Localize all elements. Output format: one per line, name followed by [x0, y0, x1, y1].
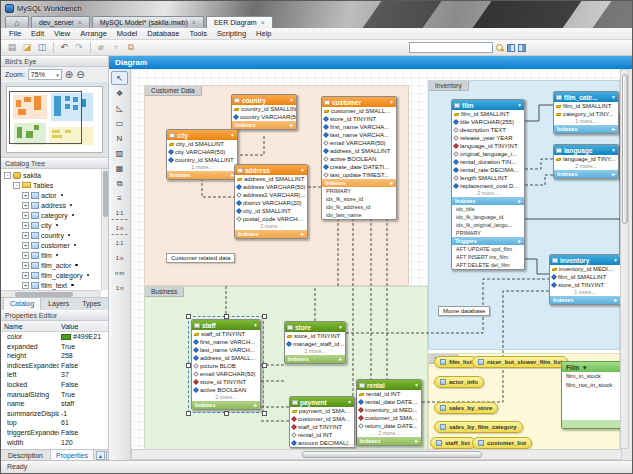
collapse-icon[interactable]: ▼: [300, 167, 305, 173]
property-row[interactable]: summarizeDisplay-1: [1, 409, 108, 419]
column-row[interactable]: picture BLOB: [192, 362, 260, 370]
catalog-tree-vscrollbar[interactable]: [101, 169, 108, 290]
collapse-icon[interactable]: ▼: [611, 147, 616, 153]
column-row[interactable]: store_id TINYINT: [285, 332, 345, 340]
menu-edit[interactable]: Edit: [26, 28, 49, 39]
property-row[interactable]: left37: [1, 370, 108, 380]
rel-1-1-non-identifying-icon[interactable]: 1:1: [111, 206, 128, 220]
routine-film_in_stock[interactable]: film_in_stock: [562, 372, 622, 381]
indexe-row[interactable]: PRIMARY: [322, 187, 396, 195]
menu-view[interactable]: View: [49, 28, 75, 39]
tree-expander-icon[interactable]: -: [13, 182, 20, 189]
column-row[interactable]: city_id SMALLINT: [167, 140, 237, 148]
column-row[interactable]: first_name VARCHA...: [322, 123, 396, 131]
column-row[interactable]: country VARCHAR(50): [232, 113, 296, 121]
view-actor_info[interactable]: actor_info: [434, 376, 484, 388]
column-row[interactable]: create_date DATETI...: [322, 163, 396, 171]
note-customer-related-data[interactable]: Customer related data: [166, 253, 235, 263]
section-bar-indexes[interactable]: Indexes▸: [554, 125, 618, 133]
table-store[interactable]: store▼store_id TINYINTmanager_staff_id .…: [284, 321, 346, 364]
property-row[interactable]: expandedTrue: [1, 342, 108, 352]
menu-scripting[interactable]: Scripting: [212, 28, 251, 39]
more-columns-label[interactable]: 1 more...: [550, 289, 620, 296]
property-row[interactable]: indicesExpandedFalse: [1, 361, 108, 371]
zoom-in-icon[interactable]: ⊕: [65, 69, 73, 80]
column-row[interactable]: country_id SMALLINT: [167, 156, 237, 164]
column-row[interactable]: category_id TINY...: [554, 110, 618, 118]
view-sales_by_store[interactable]: sales_by_store: [434, 402, 498, 414]
tree-expander-icon[interactable]: +: [22, 262, 29, 269]
column-row[interactable]: address2 VARCHAR(...: [235, 191, 307, 199]
table-header[interactable]: payment▼: [290, 397, 354, 407]
column-row[interactable]: active BOOLEAN: [192, 386, 260, 394]
rel-1-1-identifying-icon[interactable]: 1:1: [111, 236, 128, 250]
rel-existing-columns-icon[interactable]: 1:n: [111, 281, 128, 295]
column-row[interactable]: original_language_i...: [452, 150, 524, 158]
table-rental[interactable]: rental▼rental_id INTrental_date DATE...i…: [356, 379, 422, 446]
section-bar-indexes[interactable]: Indexes▸: [322, 179, 396, 187]
more-columns-label[interactable]: 2 more...: [235, 223, 307, 230]
save-icon[interactable]: ◫: [35, 41, 49, 54]
section-bar-indexes[interactable]: Indexes▸: [554, 170, 618, 178]
close-icon[interactable]: ×: [192, 19, 196, 26]
trigger-row[interactable]: AFT DELETE del_film: [452, 261, 524, 269]
undo-icon[interactable]: ↶: [57, 41, 71, 54]
selection-handle[interactable]: [224, 411, 229, 416]
redo-icon[interactable]: ↷: [72, 41, 86, 54]
table-header[interactable]: customer▼: [322, 97, 396, 107]
section-bar-indexes[interactable]: Indexes▸: [452, 197, 524, 205]
menu-model[interactable]: Model: [112, 28, 142, 39]
column-row[interactable]: postal_code VARCH...: [235, 215, 307, 223]
sidebar-toggle-left-icon[interactable]: [507, 44, 515, 52]
tree-expander-icon[interactable]: +: [22, 232, 29, 239]
column-row[interactable]: film_id SMALLINT: [554, 102, 618, 110]
column-row[interactable]: city VARCHAR(50): [167, 148, 237, 156]
table-header[interactable]: language▼: [554, 145, 618, 155]
property-row[interactable]: namestaff: [1, 399, 108, 409]
tab-dev-server[interactable]: dev_server×: [31, 16, 90, 28]
canvas-hscrollbar[interactable]: [131, 449, 622, 460]
view-icon[interactable]: ⧉: [111, 176, 128, 190]
column-row[interactable]: store_id TINYINT: [192, 378, 260, 386]
tree-item-film[interactable]: +film: [1, 250, 101, 260]
selection-handle[interactable]: [262, 411, 267, 416]
table-film[interactable]: film▼film_id SMALLINTtitle VARCHAR(255)d…: [451, 99, 525, 270]
rel-1-n-non-identifying-icon[interactable]: 1:n: [111, 221, 128, 235]
routine-film_not_in_stock[interactable]: film_not_in_stock: [562, 381, 622, 390]
eraser-icon[interactable]: ◺: [111, 101, 128, 115]
view-staff_list[interactable]: staff_list: [430, 437, 476, 449]
column-row[interactable]: rental_rate DECIMA...: [452, 166, 524, 174]
close-icon[interactable]: ×: [78, 19, 82, 26]
layer-icon[interactable]: ▭: [111, 116, 128, 130]
table-header[interactable]: inventory▼: [550, 255, 620, 265]
rel-n-m-identifying-icon[interactable]: n:m: [111, 266, 128, 280]
tab-catalog[interactable]: Catalog: [3, 297, 41, 310]
indexe-row[interactable]: idx_fk_original_langu...: [452, 221, 524, 229]
find-icon[interactable]: [496, 44, 504, 52]
birds-eye-minimap[interactable]: [1, 82, 108, 158]
section-bar-indexes[interactable]: Indexes▸: [192, 401, 260, 409]
column-row[interactable]: last_update TIMEST...: [322, 171, 396, 179]
shrink-icon[interactable]: ▫: [109, 41, 123, 54]
collapse-icon[interactable]: ▼: [338, 324, 343, 330]
routine-group-header[interactable]: Film▼: [562, 362, 622, 372]
indexe-row[interactable]: PRIMARY: [452, 229, 524, 237]
tree-expander-icon[interactable]: +: [22, 252, 29, 259]
table-header[interactable]: store▼: [285, 322, 345, 332]
column-row[interactable]: store_id TINYINT: [550, 281, 620, 289]
rel-1-n-identifying-icon[interactable]: 1:n: [111, 251, 128, 265]
table-customer[interactable]: customer▼customer_id SMALL...store_id TI…: [321, 96, 397, 220]
birds-eye-viewport[interactable]: [9, 91, 82, 144]
column-row[interactable]: address_id SMALLINT: [235, 175, 307, 183]
title-bar[interactable]: MySQL Workbench: [1, 1, 82, 15]
view-nicer_but_slower_film_list[interactable]: nicer_but_slower_film_list: [472, 356, 568, 368]
sidebar-toggle-right-icon[interactable]: [518, 44, 526, 52]
table-city[interactable]: city▼city_id SMALLINTcity VARCHAR(50)cou…: [166, 129, 238, 180]
tree-expander-icon[interactable]: +: [22, 192, 29, 199]
tree-item-city[interactable]: +city: [1, 220, 101, 230]
tree-expander-icon[interactable]: +: [22, 202, 29, 209]
property-row[interactable]: triggersExpandedFalse: [1, 428, 108, 438]
menu-database[interactable]: Database: [142, 28, 184, 39]
column-row[interactable]: amount DECIMAL(...: [290, 439, 354, 447]
column-row[interactable]: active BOOLEAN: [322, 155, 396, 163]
